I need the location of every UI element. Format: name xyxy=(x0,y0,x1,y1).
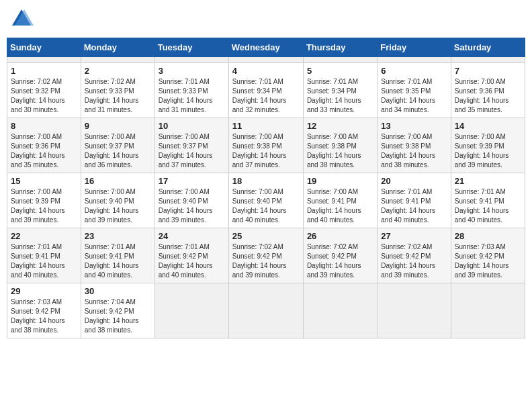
header-cell-wednesday: Wednesday xyxy=(228,38,303,57)
day-info: Sunrise: 7:02 AM Sunset: 9:33 PM Dayligh… xyxy=(85,77,151,115)
day-info: Sunrise: 7:01 AM Sunset: 9:41 PM Dayligh… xyxy=(85,242,151,280)
calendar-cell: 8Sunrise: 7:00 AM Sunset: 9:36 PM Daylig… xyxy=(7,118,81,173)
calendar-cell: 9Sunrise: 7:00 AM Sunset: 9:37 PM Daylig… xyxy=(81,118,154,173)
day-info: Sunrise: 7:00 AM Sunset: 9:41 PM Dayligh… xyxy=(307,187,373,225)
day-info: Sunrise: 7:02 AM Sunset: 9:42 PM Dayligh… xyxy=(381,242,447,280)
calendar-cell: 16Sunrise: 7:00 AM Sunset: 9:40 PM Dayli… xyxy=(81,173,154,228)
calendar-cell: 1Sunrise: 7:02 AM Sunset: 9:32 PM Daylig… xyxy=(7,63,81,118)
calendar-cell: 11Sunrise: 7:00 AM Sunset: 9:38 PM Dayli… xyxy=(228,118,303,173)
header-cell-monday: Monday xyxy=(81,38,154,57)
day-number: 28 xyxy=(455,231,521,241)
day-number: 24 xyxy=(159,231,225,241)
calendar-cell: 28Sunrise: 7:03 AM Sunset: 9:42 PM Dayli… xyxy=(451,228,525,283)
calendar-header: SundayMondayTuesdayWednesdayThursdayFrid… xyxy=(7,38,525,57)
calendar-cell xyxy=(303,57,377,63)
calendar-cell xyxy=(81,57,154,63)
calendar-cell: 18Sunrise: 7:00 AM Sunset: 9:40 PM Dayli… xyxy=(228,173,303,228)
day-info: Sunrise: 7:00 AM Sunset: 9:38 PM Dayligh… xyxy=(232,132,300,170)
day-number: 25 xyxy=(232,231,300,241)
calendar-cell: 10Sunrise: 7:00 AM Sunset: 9:37 PM Dayli… xyxy=(154,118,228,173)
day-number: 12 xyxy=(307,121,373,131)
day-number: 2 xyxy=(85,66,151,76)
day-number: 19 xyxy=(307,176,373,186)
calendar-cell xyxy=(303,283,377,338)
day-info: Sunrise: 7:03 AM Sunset: 9:42 PM Dayligh… xyxy=(455,242,521,280)
calendar-cell xyxy=(378,283,451,338)
day-info: Sunrise: 7:01 AM Sunset: 9:34 PM Dayligh… xyxy=(232,77,300,115)
day-info: Sunrise: 7:01 AM Sunset: 9:41 PM Dayligh… xyxy=(381,187,447,225)
day-number: 13 xyxy=(381,121,447,131)
calendar-week-2: 8Sunrise: 7:00 AM Sunset: 9:36 PM Daylig… xyxy=(7,118,525,173)
calendar-cell xyxy=(7,57,81,63)
day-number: 10 xyxy=(159,121,225,131)
calendar-cell xyxy=(378,57,451,63)
calendar-cell: 15Sunrise: 7:00 AM Sunset: 9:39 PM Dayli… xyxy=(7,173,81,228)
page-header xyxy=(7,7,525,34)
calendar-week-0 xyxy=(7,57,525,63)
day-number: 15 xyxy=(11,176,77,186)
day-number: 27 xyxy=(381,231,447,241)
day-info: Sunrise: 7:00 AM Sunset: 9:36 PM Dayligh… xyxy=(11,132,77,170)
day-number: 17 xyxy=(159,176,225,186)
day-info: Sunrise: 7:01 AM Sunset: 9:41 PM Dayligh… xyxy=(11,242,77,280)
day-info: Sunrise: 7:00 AM Sunset: 9:39 PM Dayligh… xyxy=(11,187,77,225)
day-number: 21 xyxy=(455,176,521,186)
day-info: Sunrise: 7:01 AM Sunset: 9:35 PM Dayligh… xyxy=(381,77,447,115)
day-number: 16 xyxy=(85,176,151,186)
day-info: Sunrise: 7:00 AM Sunset: 9:40 PM Dayligh… xyxy=(232,187,300,225)
day-info: Sunrise: 7:02 AM Sunset: 9:42 PM Dayligh… xyxy=(232,242,300,280)
day-number: 5 xyxy=(307,66,373,76)
day-number: 4 xyxy=(232,66,300,76)
day-number: 20 xyxy=(381,176,447,186)
header-cell-saturday: Saturday xyxy=(451,38,525,57)
day-number: 23 xyxy=(85,231,151,241)
day-number: 8 xyxy=(11,121,77,131)
day-number: 18 xyxy=(232,176,300,186)
calendar-cell: 2Sunrise: 7:02 AM Sunset: 9:33 PM Daylig… xyxy=(81,63,154,118)
day-info: Sunrise: 7:00 AM Sunset: 9:40 PM Dayligh… xyxy=(159,187,225,225)
day-info: Sunrise: 7:02 AM Sunset: 9:42 PM Dayligh… xyxy=(307,242,373,280)
day-number: 29 xyxy=(11,286,77,296)
calendar-cell xyxy=(228,57,303,63)
day-info: Sunrise: 7:01 AM Sunset: 9:42 PM Dayligh… xyxy=(159,242,225,280)
day-number: 22 xyxy=(11,231,77,241)
day-info: Sunrise: 7:01 AM Sunset: 9:34 PM Dayligh… xyxy=(307,77,373,115)
calendar-cell: 25Sunrise: 7:02 AM Sunset: 9:42 PM Dayli… xyxy=(228,228,303,283)
calendar-cell xyxy=(228,283,303,338)
calendar-body: 1Sunrise: 7:02 AM Sunset: 9:32 PM Daylig… xyxy=(7,57,525,338)
calendar-cell xyxy=(451,57,525,63)
calendar-cell: 12Sunrise: 7:00 AM Sunset: 9:38 PM Dayli… xyxy=(303,118,377,173)
day-number: 1 xyxy=(11,66,77,76)
day-info: Sunrise: 7:02 AM Sunset: 9:32 PM Dayligh… xyxy=(11,77,77,115)
calendar-week-1: 1Sunrise: 7:02 AM Sunset: 9:32 PM Daylig… xyxy=(7,63,525,118)
header-row: SundayMondayTuesdayWednesdayThursdayFrid… xyxy=(7,38,525,57)
day-number: 6 xyxy=(381,66,447,76)
header-cell-tuesday: Tuesday xyxy=(154,38,228,57)
day-number: 3 xyxy=(159,66,225,76)
calendar-cell: 13Sunrise: 7:00 AM Sunset: 9:38 PM Dayli… xyxy=(378,118,451,173)
day-info: Sunrise: 7:01 AM Sunset: 9:33 PM Dayligh… xyxy=(159,77,225,115)
calendar-cell: 20Sunrise: 7:01 AM Sunset: 9:41 PM Dayli… xyxy=(378,173,451,228)
calendar-cell: 24Sunrise: 7:01 AM Sunset: 9:42 PM Dayli… xyxy=(154,228,228,283)
day-info: Sunrise: 7:00 AM Sunset: 9:39 PM Dayligh… xyxy=(455,132,521,170)
day-number: 11 xyxy=(232,121,300,131)
calendar-week-4: 22Sunrise: 7:01 AM Sunset: 9:41 PM Dayli… xyxy=(7,228,525,283)
calendar-cell: 4Sunrise: 7:01 AM Sunset: 9:34 PM Daylig… xyxy=(228,63,303,118)
logo-icon xyxy=(9,7,34,31)
day-info: Sunrise: 7:01 AM Sunset: 9:41 PM Dayligh… xyxy=(455,187,521,225)
calendar-cell: 6Sunrise: 7:01 AM Sunset: 9:35 PM Daylig… xyxy=(378,63,451,118)
calendar-cell xyxy=(451,283,525,338)
day-info: Sunrise: 7:00 AM Sunset: 9:36 PM Dayligh… xyxy=(455,77,521,115)
day-info: Sunrise: 7:04 AM Sunset: 9:42 PM Dayligh… xyxy=(85,298,151,335)
calendar-cell: 27Sunrise: 7:02 AM Sunset: 9:42 PM Dayli… xyxy=(378,228,451,283)
day-info: Sunrise: 7:03 AM Sunset: 9:42 PM Dayligh… xyxy=(11,298,77,335)
calendar-cell: 30Sunrise: 7:04 AM Sunset: 9:42 PM Dayli… xyxy=(81,283,154,338)
calendar-table: SundayMondayTuesdayWednesdayThursdayFrid… xyxy=(7,38,525,338)
calendar-cell: 14Sunrise: 7:00 AM Sunset: 9:39 PM Dayli… xyxy=(451,118,525,173)
day-info: Sunrise: 7:00 AM Sunset: 9:40 PM Dayligh… xyxy=(85,187,151,225)
calendar-cell: 5Sunrise: 7:01 AM Sunset: 9:34 PM Daylig… xyxy=(303,63,377,118)
day-info: Sunrise: 7:00 AM Sunset: 9:37 PM Dayligh… xyxy=(159,132,225,170)
calendar-cell: 19Sunrise: 7:00 AM Sunset: 9:41 PM Dayli… xyxy=(303,173,377,228)
day-number: 9 xyxy=(85,121,151,131)
day-info: Sunrise: 7:00 AM Sunset: 9:37 PM Dayligh… xyxy=(85,132,151,170)
